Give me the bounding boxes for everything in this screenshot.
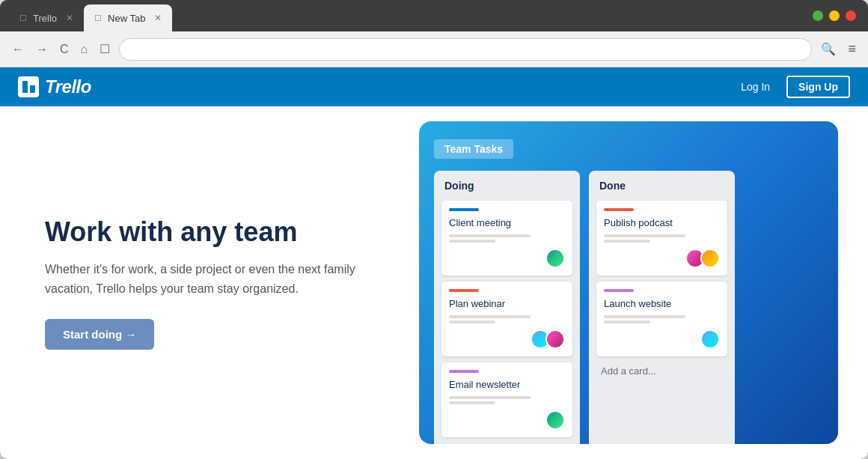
avatar-orange bbox=[700, 249, 720, 268]
back-button[interactable]: ← bbox=[9, 41, 27, 58]
login-button[interactable]: Log In bbox=[733, 76, 777, 97]
address-bar: ← → C ⌂ ☐ 🔍 ≡ bbox=[0, 31, 868, 67]
trello-logo: Trello bbox=[18, 76, 91, 97]
menu-button[interactable]: ≡ bbox=[845, 38, 859, 60]
trello-header: Trello Log In Sign Up bbox=[0, 67, 868, 106]
card-line-short bbox=[449, 320, 495, 323]
address-input[interactable] bbox=[119, 38, 812, 61]
card-line-short bbox=[604, 240, 650, 243]
minimize-button[interactable] bbox=[829, 10, 840, 21]
card-line bbox=[449, 396, 531, 399]
refresh-button[interactable]: C bbox=[57, 41, 72, 58]
avatar-pink bbox=[545, 329, 565, 349]
card-lines bbox=[449, 396, 565, 404]
avatar bbox=[545, 249, 565, 268]
card-footer bbox=[604, 249, 720, 268]
tab-newtab-icon: ☐ bbox=[94, 13, 102, 23]
hero-title: Work with any team bbox=[45, 216, 359, 248]
card-line-short bbox=[449, 240, 495, 243]
avatar-teal bbox=[545, 410, 565, 430]
card-lines bbox=[604, 234, 720, 243]
forward-button[interactable]: → bbox=[33, 41, 51, 58]
tab-trello-label: Trello bbox=[33, 13, 57, 24]
card-line bbox=[604, 234, 685, 237]
card-client-meeting: Client meeting bbox=[441, 201, 572, 276]
card-line bbox=[449, 234, 531, 237]
card-client-meeting-title: Client meeting bbox=[449, 217, 565, 228]
logo-col-left bbox=[22, 81, 28, 93]
window-controls bbox=[813, 10, 856, 21]
card-plan-webinar: Plan webinar bbox=[441, 282, 572, 356]
close-button[interactable] bbox=[846, 10, 856, 21]
card-footer bbox=[449, 410, 565, 430]
card-line-short bbox=[449, 401, 495, 404]
list-done-header: Done bbox=[596, 178, 727, 193]
card-footer bbox=[604, 329, 720, 349]
page-content: Trello Log In Sign Up Work with any team… bbox=[0, 67, 868, 459]
card-launch-website: Launch website bbox=[596, 282, 727, 356]
list-doing-header: Doing bbox=[441, 178, 572, 193]
card-publish-podcast: Publish podcast bbox=[596, 201, 727, 276]
card-line-short bbox=[604, 320, 650, 323]
tab-bar: ☐ Trello ✕ ☐ New Tab ✕ bbox=[0, 0, 868, 31]
card-footer bbox=[449, 249, 565, 268]
tab-newtab[interactable]: ☐ New Tab ✕ bbox=[84, 4, 172, 31]
card-label-purple bbox=[449, 370, 479, 373]
card-email-newsletter-title: Email newsletter bbox=[449, 379, 565, 390]
card-line bbox=[449, 315, 531, 318]
logo-icon bbox=[18, 76, 39, 97]
board-lists: Doing Client meeting bbox=[434, 171, 823, 444]
logo-text: Trello bbox=[45, 76, 91, 97]
card-label-purple bbox=[604, 289, 634, 292]
card-lines bbox=[604, 315, 720, 323]
card-lines bbox=[449, 234, 565, 243]
add-card-doing[interactable]: Add a card... bbox=[441, 443, 572, 444]
list-done: Done Publish podcast bbox=[589, 171, 735, 444]
board-mockup: Team Tasks Doing Client meeting bbox=[419, 121, 838, 444]
card-label-red bbox=[449, 289, 479, 292]
avatar-blue bbox=[700, 329, 720, 349]
signup-button[interactable]: Sign Up bbox=[786, 76, 850, 98]
card-label-blue bbox=[449, 208, 479, 211]
new-tab-button[interactable]: ☐ bbox=[97, 40, 113, 58]
board-title: Team Tasks bbox=[434, 139, 513, 159]
card-lines bbox=[449, 315, 565, 323]
tab-trello-close[interactable]: ✕ bbox=[66, 13, 73, 23]
card-label-red bbox=[604, 208, 634, 211]
list-doing: Doing Client meeting bbox=[434, 171, 580, 444]
tab-newtab-close[interactable]: ✕ bbox=[154, 13, 162, 23]
add-card-done[interactable]: Add a card... bbox=[596, 362, 727, 380]
header-auth: Log In Sign Up bbox=[733, 76, 850, 98]
home-button[interactable]: ⌂ bbox=[78, 41, 91, 58]
start-doing-button[interactable]: Start doing → bbox=[45, 319, 154, 350]
card-publish-podcast-title: Publish podcast bbox=[604, 217, 720, 228]
hero-section: Work with any team Whether it's for work… bbox=[0, 106, 868, 459]
card-email-newsletter: Email newsletter bbox=[441, 362, 572, 437]
tab-trello[interactable]: ☐ Trello ✕ bbox=[9, 4, 84, 31]
tab-trello-icon: ☐ bbox=[19, 13, 27, 23]
hero-text: Work with any team Whether it's for work… bbox=[45, 216, 359, 350]
card-launch-website-title: Launch website bbox=[604, 298, 720, 309]
card-line bbox=[604, 315, 685, 318]
maximize-button[interactable] bbox=[813, 10, 823, 21]
card-plan-webinar-title: Plan webinar bbox=[449, 298, 565, 309]
card-footer bbox=[449, 329, 565, 349]
search-button[interactable]: 🔍 bbox=[818, 39, 839, 59]
logo-col-right bbox=[30, 85, 35, 93]
browser-window: ☐ Trello ✕ ☐ New Tab ✕ ← → C ⌂ ☐ 🔍 ≡ bbox=[0, 0, 868, 459]
tab-newtab-label: New Tab bbox=[108, 13, 145, 24]
hero-subtitle: Whether it's for work, a side project or… bbox=[45, 260, 359, 298]
